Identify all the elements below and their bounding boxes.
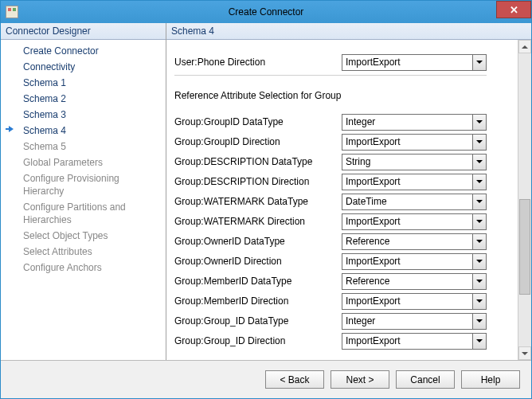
nav-item[interactable]: Connectivity (1, 59, 166, 75)
field-label: Group:OwnerID DataType (174, 236, 342, 247)
form-row: Group:MemberID DataTypeReference (174, 272, 518, 291)
chevron-down-icon (472, 314, 486, 329)
combo-value: ImportExport (346, 295, 401, 307)
form-row: User:Phone Direction ImportExport (174, 53, 518, 72)
combo-value: ImportExport (346, 216, 401, 227)
window-title: Create Connector (1, 6, 531, 18)
combo-box[interactable]: Reference (342, 233, 487, 250)
nav-item[interactable]: Configure Partitions and Hierarchies (1, 199, 166, 228)
form-row: Group:Group_ID DirectionImportExport (174, 331, 518, 350)
nav-item[interactable]: Global Parameters (1, 155, 166, 170)
chevron-down-icon (472, 174, 486, 190)
content-area: Connector Designer Create ConnectorConne… (1, 23, 531, 398)
nav-item[interactable]: Schema 5 (1, 139, 166, 155)
nav-item[interactable]: Schema 4 (1, 123, 166, 139)
chevron-down-icon (472, 334, 486, 349)
combo-box[interactable]: Reference (342, 273, 487, 290)
combo-value: DateTime (346, 196, 387, 207)
form-row: Group:DESCRIPTION DataTypeString (174, 152, 518, 171)
form-area: User:Phone Direction ImportExport Refere… (166, 40, 531, 360)
combo-box[interactable]: ImportExport (342, 333, 487, 350)
chevron-down-icon (472, 55, 486, 70)
field-label: Group:MemberID DataType (174, 276, 342, 287)
combo-box[interactable]: String (342, 154, 487, 170)
field-label: Group:WATERMARK Direction (174, 216, 342, 227)
combo-box[interactable]: DateTime (342, 194, 487, 210)
left-panel: Connector Designer Create ConnectorConne… (1, 23, 166, 360)
form-row: Group:OwnerID DirectionImportExport (174, 252, 518, 271)
back-button-label: < Back (280, 374, 309, 385)
cancel-button[interactable]: Cancel (396, 370, 455, 389)
field-label: Group:DESCRIPTION DataType (174, 156, 342, 167)
next-button-label: Next > (346, 374, 374, 385)
nav-item[interactable]: Select Object Types (1, 228, 166, 244)
nav-list: Create ConnectorConnectivitySchema 1Sche… (1, 40, 166, 360)
combo-box[interactable]: ImportExport (342, 293, 487, 310)
combo-user-phone-direction[interactable]: ImportExport (342, 54, 487, 71)
combo-box[interactable]: Integer (342, 114, 487, 131)
combo-box[interactable]: Integer (342, 313, 487, 330)
chevron-down-icon (472, 115, 486, 130)
left-panel-header: Connector Designer (1, 23, 166, 40)
nav-item[interactable]: Configure Provisioning Hierarchy (1, 170, 166, 199)
scroll-up-button[interactable] (518, 40, 531, 53)
field-label: Group:Group_ID Direction (174, 335, 342, 346)
field-label: Group:WATERMARK DataType (174, 196, 342, 207)
combo-value: ImportExport (346, 335, 401, 346)
chevron-down-icon (472, 254, 486, 269)
cancel-button-label: Cancel (410, 374, 440, 385)
chevron-down-icon (472, 234, 486, 249)
combo-box[interactable]: ImportExport (342, 253, 487, 270)
nav-item[interactable]: Create Connector (1, 43, 166, 59)
vertical-scrollbar[interactable] (518, 40, 531, 360)
scroll-thumb[interactable] (519, 199, 530, 295)
footer: < Back Next > Cancel Help (1, 360, 531, 398)
separator (174, 75, 487, 76)
nav-item[interactable]: Schema 1 (1, 75, 166, 91)
form-row: Group:DESCRIPTION DirectionImportExport (174, 172, 518, 191)
combo-value: ImportExport (346, 57, 401, 68)
chevron-down-icon (472, 274, 486, 289)
scroll-down-button[interactable] (518, 346, 531, 360)
combo-value: ImportExport (346, 136, 401, 147)
help-button[interactable]: Help (461, 370, 520, 389)
nav-item[interactable]: Schema 3 (1, 107, 166, 123)
chevron-down-icon (472, 155, 486, 170)
nav-item[interactable]: Schema 2 (1, 91, 166, 107)
panels: Connector Designer Create ConnectorConne… (1, 23, 531, 360)
next-button[interactable]: Next > (331, 370, 389, 389)
title-bar[interactable]: Create Connector ✕ (1, 1, 531, 23)
back-button[interactable]: < Back (265, 370, 324, 389)
chevron-down-icon (472, 194, 486, 209)
form-scroll: User:Phone Direction ImportExport Refere… (166, 40, 518, 360)
chevron-down-icon (472, 214, 486, 229)
section-title: Reference Attribute Selection for Group (174, 90, 518, 101)
field-label: Group:Group_ID DataType (174, 315, 342, 327)
form-row: Group:WATERMARK DirectionImportExport (174, 212, 518, 231)
help-button-label: Help (481, 374, 501, 385)
chevron-down-icon (472, 135, 486, 150)
combo-value: Integer (346, 116, 375, 127)
field-label: Group:DESCRIPTION Direction (174, 176, 342, 187)
combo-box[interactable]: ImportExport (342, 174, 487, 190)
field-label: Group:MemberID Direction (174, 295, 342, 307)
form-row: Group:OwnerID DataTypeReference (174, 232, 518, 251)
nav-item[interactable]: Configure Anchors (1, 260, 166, 276)
form-row: Group:MemberID DirectionImportExport (174, 291, 518, 311)
combo-value: Reference (346, 236, 389, 247)
nav-item[interactable]: Select Attributes (1, 244, 166, 260)
combo-value: String (346, 156, 370, 167)
chevron-down-icon (472, 294, 486, 309)
close-button[interactable]: ✕ (496, 1, 531, 18)
form-row: Group:Group_ID DataTypeInteger (174, 311, 518, 331)
combo-value: Integer (346, 315, 375, 327)
right-panel-header: Schema 4 (166, 23, 531, 40)
form-row: Group:WATERMARK DataTypeDateTime (174, 192, 518, 211)
right-panel: Schema 4 User:Phone Direction ImportExpo… (166, 23, 531, 360)
form-row: Group:GroupID DirectionImportExport (174, 132, 518, 151)
field-label: User:Phone Direction (174, 57, 342, 68)
combo-box[interactable]: ImportExport (342, 213, 487, 230)
combo-box[interactable]: ImportExport (342, 134, 487, 151)
combo-value: Reference (346, 276, 389, 287)
combo-value: ImportExport (346, 176, 401, 187)
